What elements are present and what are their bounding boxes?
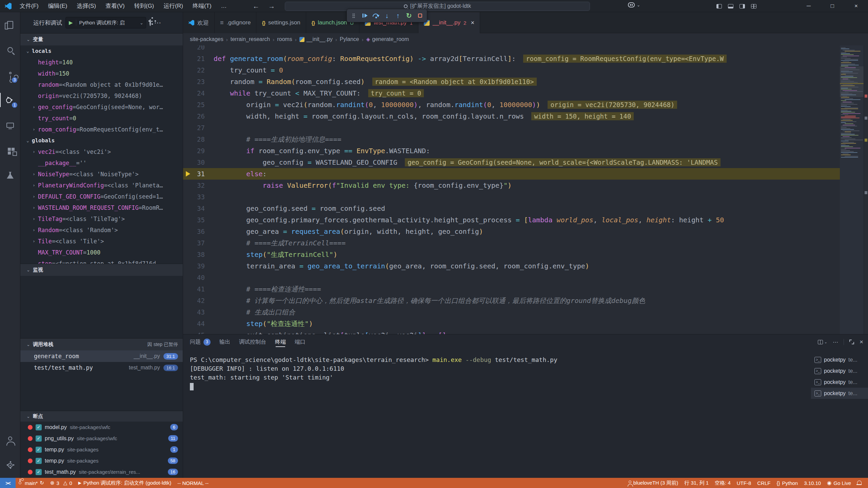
terminal-list-item[interactable]: >_pocketpyte... — [811, 388, 868, 399]
customize-layout-icon[interactable] — [748, 0, 760, 12]
variables-group-globals[interactable]: ⌄globals — [20, 135, 183, 146]
variable-row[interactable]: ›room_config = RoomRequestConfig(env_t… — [20, 124, 183, 135]
language-status[interactable]: {} Python — [773, 478, 801, 488]
tab-欢迎[interactable]: 欢迎 — [183, 12, 215, 33]
panel-tab-问题[interactable]: 问题3 — [190, 334, 211, 349]
code-line[interactable]: width, height = room_config.layout.n_col… — [214, 110, 840, 122]
variables-section-header[interactable]: ⌄变量 — [20, 33, 183, 45]
menu-item[interactable]: 终端(T) — [188, 0, 216, 12]
branch-status[interactable]: main* ↻ — [16, 478, 47, 488]
debug-restart-icon[interactable]: ↻ — [404, 11, 414, 21]
code-line[interactable] — [214, 191, 840, 203]
variable-row[interactable]: ›TileTag = <class 'TileTag'> — [20, 213, 183, 224]
breadcrumb-item[interactable]: __init__.py — [299, 36, 333, 42]
variable-row[interactable]: try_count = 0 — [20, 113, 183, 124]
variable-row[interactable]: ›geo_config = GeoConfig(seed=None, wor… — [20, 101, 183, 113]
window-close-button[interactable]: × — [844, 0, 868, 12]
breakpoint-row[interactable]: ✓temp.pysite-packages58 — [20, 455, 183, 466]
code-line[interactable]: geo_area = request_area(origin, width, h… — [214, 226, 840, 237]
code-line[interactable]: else: — [214, 168, 840, 180]
panel-close-icon[interactable]: × — [860, 338, 863, 346]
code-line[interactable]: # ====生成初始地理信息==== — [214, 134, 840, 145]
call-stack-frame[interactable]: generate_room__init__.py31:1 — [20, 350, 183, 362]
tab-close-icon[interactable]: × — [471, 19, 474, 26]
menu-item[interactable]: 文件(F) — [15, 0, 43, 12]
debug-continue-icon[interactable] — [360, 11, 370, 21]
tab-.gdignore[interactable]: ≡.gdignore — [215, 12, 256, 33]
menu-item[interactable]: 选择(S) — [72, 0, 101, 12]
variable-row[interactable]: height = 140 — [20, 57, 183, 68]
breakpoint-checkbox[interactable]: ✓ — [36, 447, 42, 453]
window-minimize-button[interactable]: ─ — [797, 0, 821, 12]
code-line[interactable]: step("生成TerrainCell") — [214, 249, 840, 260]
terminal[interactable]: PS C:\computer_science\godot-ldtk\site-p… — [190, 349, 809, 478]
code-line[interactable]: geo_config.primary_forces.geothermal_act… — [214, 214, 840, 226]
panel-tab-端口[interactable]: 端口 — [295, 334, 305, 349]
code-line[interactable]: # ====检查连通性==== — [214, 283, 840, 295]
terminal-list-item[interactable]: >_pocketpyte... — [811, 354, 868, 365]
remote-indicator[interactable]: >< — [0, 478, 16, 488]
breakpoint-row[interactable]: ✓temp.pysite-packages1 — [20, 444, 183, 455]
code-line[interactable]: random = Random(room_config.seed)random … — [214, 76, 840, 87]
breakpoint-checkbox[interactable]: ✓ — [36, 469, 42, 475]
breadcrumb-item[interactable]: Pylance — [340, 36, 359, 42]
variable-row[interactable]: MAX_TRY_COUNT = 1000 — [20, 247, 183, 258]
window-maximize-button[interactable]: □ — [821, 0, 844, 12]
menu-item[interactable]: 转到(G) — [130, 0, 159, 12]
more-actions-icon[interactable]: ⋯ — [154, 19, 162, 27]
variable-row[interactable]: ›DEFAULT_GEO_CONFIG = GeoConfig(seed=1… — [20, 191, 183, 202]
variable-row[interactable]: width = 150 — [20, 68, 183, 79]
activity-testing-icon[interactable] — [0, 163, 20, 188]
call-stack-section-header[interactable]: ⌄调用堆栈 因 step 已暂停 — [20, 338, 183, 350]
vim-mode-status[interactable]: -- NORMAL -- — [174, 478, 212, 488]
watch-section-header[interactable]: ⌄监视 — [20, 264, 183, 276]
split-terminal-icon[interactable]: ⌄ — [818, 340, 827, 344]
toggle-panel-icon[interactable] — [725, 0, 736, 12]
variables-group-locals[interactable]: ⌄locals — [20, 45, 183, 57]
debug-config-select[interactable]: ▶ Python 调试程序: 启 ⌄ — [65, 17, 146, 28]
nav-forward-icon[interactable]: → — [268, 2, 275, 10]
minimap[interactable] — [840, 45, 864, 334]
variable-row[interactable]: ›PlanetaryWindConfig = <class 'Planeta… — [20, 180, 183, 191]
activity-remote-explorer-icon[interactable] — [0, 113, 20, 138]
menu-item[interactable]: … — [216, 0, 232, 12]
toggle-sidebar-icon[interactable] — [713, 0, 725, 12]
menu-item[interactable]: 运行(R) — [159, 0, 188, 12]
activity-explorer-icon[interactable] — [0, 12, 20, 37]
code-line[interactable]: step("检查连通性") — [214, 318, 840, 329]
variable-row[interactable]: ›vec2i = <class 'vec2i'> — [20, 146, 183, 157]
encoding-status[interactable]: UTF-8 — [734, 478, 754, 488]
problems-status[interactable]: ⊗3 △0 — [47, 478, 75, 488]
activity-run-debug-icon[interactable]: 1 — [0, 87, 20, 113]
variable-row[interactable]: ›Random = <class 'Random'> — [20, 224, 183, 236]
copilot-button[interactable]: ⌄ — [628, 2, 640, 7]
panel-more-actions-icon[interactable]: ⋯ — [833, 339, 838, 345]
toggle-secondary-sidebar-icon[interactable] — [736, 0, 748, 12]
code-line[interactable]: if room_config.env_type == EnvType.WASTE… — [214, 145, 840, 157]
code-line[interactable] — [214, 45, 840, 53]
variable-row[interactable]: ›NoiseType = <class 'NoiseType'> — [20, 168, 183, 180]
git-blame-status[interactable]: blueloveTH (3 周前) — [626, 478, 682, 488]
code-line[interactable]: geo_config = WASTELAND_GEO_CONFIGgeo_con… — [214, 157, 840, 168]
breakpoints-section-header[interactable]: ⌄断点 — [20, 411, 183, 422]
variable-row[interactable]: __package__ = '' — [20, 157, 183, 168]
code-line[interactable]: origin = vec2i(random.randint(0, 1000000… — [214, 99, 840, 110]
code-line[interactable]: geo_config.seed = room_config.seed — [214, 203, 840, 214]
code-line[interactable] — [214, 122, 840, 134]
start-debug-icon[interactable]: ▶ — [66, 20, 76, 26]
menu-item[interactable]: 编辑(E) — [43, 0, 72, 12]
breakpoint-row[interactable]: ✓png_utils.pysite-packages\wfc11 — [20, 433, 183, 444]
tab-settings.json[interactable]: {}settings.json — [256, 12, 306, 33]
settings-gear-icon[interactable] — [0, 453, 20, 478]
account-icon[interactable] — [0, 428, 20, 453]
variable-row[interactable]: random = <Random object at 0x1bf9d01e… — [20, 79, 183, 90]
variable-row[interactable]: ›Tile = <class 'Tile'> — [20, 236, 183, 247]
code-line[interactable]: raise ValueError(f"Invalid env type: {ro… — [214, 180, 840, 191]
debug-step-out-icon[interactable]: ↑ — [393, 11, 403, 21]
variable-row[interactable]: stop = <function stop at 0x1bf8d716d… — [20, 258, 183, 264]
panel-tab-终端[interactable]: 终端 — [275, 334, 286, 349]
debug-config-status[interactable]: ▶ Python 调试程序: 启动文件 (godot-ldtk) — [75, 478, 174, 488]
debug-step-over-icon[interactable] — [371, 11, 381, 21]
breakpoint-row[interactable]: ✓test_math.pysite-packages\terrain_res..… — [20, 466, 183, 477]
activity-extensions-icon[interactable] — [0, 138, 20, 163]
